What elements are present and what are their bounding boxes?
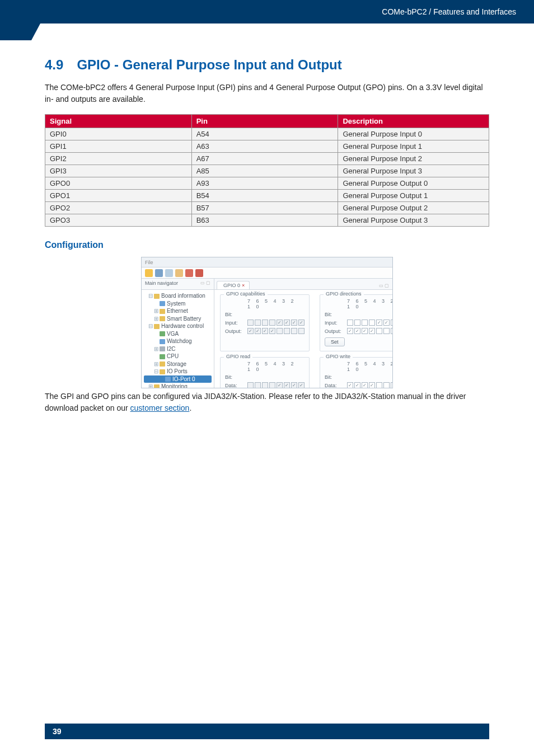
checkbox[interactable] xyxy=(354,328,360,334)
table-row: GPI2A67General Purpose Input 2 xyxy=(45,153,489,165)
tree-item[interactable]: IO-Port 0 xyxy=(144,375,212,383)
expand-icon[interactable]: ⊞ xyxy=(148,383,153,388)
header-notch xyxy=(0,24,31,40)
tree-item[interactable]: VGA xyxy=(144,330,212,338)
expand-icon[interactable]: ⊞ xyxy=(154,307,158,315)
customer-section-link[interactable]: customer section xyxy=(130,403,190,412)
checkbox[interactable] xyxy=(347,320,353,326)
table-cell-signal: GPO0 xyxy=(45,177,192,190)
table-cell-pin: A63 xyxy=(191,140,338,153)
checkbox[interactable] xyxy=(354,382,360,388)
bit-numbers: 7 6 5 4 3 2 1 0 xyxy=(347,298,393,309)
table-cell-desc: General Purpose Output 0 xyxy=(338,177,489,190)
checkbox[interactable] xyxy=(383,382,390,388)
checkbox xyxy=(284,382,290,388)
checkbox[interactable] xyxy=(369,328,375,334)
checkbox xyxy=(277,320,283,326)
ss-toolbar xyxy=(142,267,392,279)
table-header-row: Signal Pin Description xyxy=(45,115,489,128)
tree-item[interactable]: ⊞I2C xyxy=(144,345,212,353)
ss-nav-minmax[interactable]: ▭ ▢ xyxy=(200,280,210,288)
table-cell-desc: General Purpose Input 0 xyxy=(338,128,489,140)
table-cell-desc: General Purpose Input 1 xyxy=(338,140,489,153)
checkbox[interactable] xyxy=(362,320,368,326)
ss-main-minmax[interactable]: ▭ ▢ xyxy=(379,283,392,289)
ss-menu-file[interactable]: File xyxy=(145,260,153,265)
th-description: Description xyxy=(338,115,489,128)
panel-title: GPIO write xyxy=(324,354,353,359)
checkbox xyxy=(291,328,297,334)
table-row: GPI1A63General Purpose Input 1 xyxy=(45,140,489,153)
checkbox xyxy=(277,382,283,388)
table-cell-signal: GPO3 xyxy=(45,214,192,227)
toolbar-icon[interactable] xyxy=(195,269,203,277)
toolbar-icon[interactable] xyxy=(175,269,183,277)
checkbox[interactable] xyxy=(347,328,353,334)
tree-item[interactable]: ⊟IO Ports xyxy=(144,368,212,375)
table-cell-signal: GPI1 xyxy=(45,140,192,153)
tree-item-icon xyxy=(160,301,165,306)
expand-icon[interactable]: ⊞ xyxy=(154,315,158,323)
ss-main-panel: GPIO capabilities 7 6 5 4 3 2 1 0 Bit: I… xyxy=(214,290,393,388)
ss-gpio-tab[interactable]: GPIO 0 × xyxy=(217,281,250,289)
tree-item[interactable]: ⊞Monitoring xyxy=(144,383,212,388)
toolbar-icon[interactable] xyxy=(145,269,153,277)
tree-item[interactable]: ⊞Ethernet xyxy=(144,307,212,315)
checkbox[interactable] xyxy=(362,382,368,388)
table-cell-pin: A85 xyxy=(191,165,338,177)
checkbox[interactable] xyxy=(391,328,393,334)
tree-item[interactable]: ⊞Smart Battery xyxy=(144,315,212,323)
checkbox-row xyxy=(247,328,305,334)
tree-item-icon xyxy=(160,346,165,351)
checkbox-row xyxy=(347,328,393,334)
tree-item[interactable]: Watchdog xyxy=(144,337,212,345)
post-text-a: The GPI and GPO pins can be configured v… xyxy=(45,392,466,412)
tree-item-icon xyxy=(160,369,165,374)
toolbar-icon[interactable] xyxy=(155,269,163,277)
page-footer: 39 xyxy=(45,724,489,739)
checkbox xyxy=(247,382,254,388)
tree-item-label: Board information xyxy=(161,293,205,299)
expand-icon[interactable]: ⊟ xyxy=(148,292,153,300)
checkbox xyxy=(284,328,290,334)
page-number: 39 xyxy=(53,727,62,736)
row-label: Data: xyxy=(225,383,245,388)
checkbox xyxy=(247,320,254,326)
checkbox[interactable] xyxy=(391,320,393,326)
ss-nav-tree: ⊟Board informationSystem⊞Ethernet⊞Smart … xyxy=(142,290,214,388)
expand-icon[interactable]: ⊟ xyxy=(148,322,153,330)
set-button[interactable]: Set xyxy=(325,337,345,346)
checkbox[interactable] xyxy=(383,320,390,326)
checkbox[interactable] xyxy=(347,382,353,388)
toolbar-icon[interactable] xyxy=(185,269,193,277)
tree-item-label: System xyxy=(167,300,185,307)
ss-gpio-tab-label: GPIO 0 xyxy=(223,283,240,288)
checkbox[interactable] xyxy=(391,382,393,388)
tree-item-icon xyxy=(160,361,165,367)
checkbox[interactable] xyxy=(376,320,382,326)
checkbox[interactable] xyxy=(354,320,360,326)
expand-icon[interactable]: ⊟ xyxy=(154,368,158,375)
bit-label: Bit: xyxy=(325,374,345,380)
checkbox[interactable] xyxy=(376,382,382,388)
tree-item[interactable]: ⊞Storage xyxy=(144,360,212,368)
tree-item[interactable]: ⊟Board information xyxy=(144,292,212,300)
row-label: Output: xyxy=(225,328,245,334)
tree-item[interactable]: ⊟Hardware control xyxy=(144,322,212,330)
tree-item-icon xyxy=(160,354,165,359)
expand-icon[interactable]: ⊞ xyxy=(154,345,158,353)
checkbox[interactable] xyxy=(369,320,375,326)
checkbox[interactable] xyxy=(369,382,375,388)
tree-item-icon xyxy=(160,331,165,336)
expand-icon[interactable]: ⊞ xyxy=(154,360,158,368)
checkbox[interactable] xyxy=(376,328,382,334)
tree-item-label: CPU xyxy=(167,353,179,359)
checkbox[interactable] xyxy=(362,328,368,334)
checkbox[interactable] xyxy=(383,328,390,334)
checkbox xyxy=(298,382,305,388)
close-icon[interactable]: × xyxy=(242,283,245,288)
tree-item[interactable]: System xyxy=(144,300,212,308)
tree-item[interactable]: CPU xyxy=(144,353,212,360)
toolbar-icon[interactable] xyxy=(165,269,173,277)
panel-gpio-read: GPIO read 7 6 5 4 3 2 1 0 Bit: Data: Rea… xyxy=(220,357,310,388)
